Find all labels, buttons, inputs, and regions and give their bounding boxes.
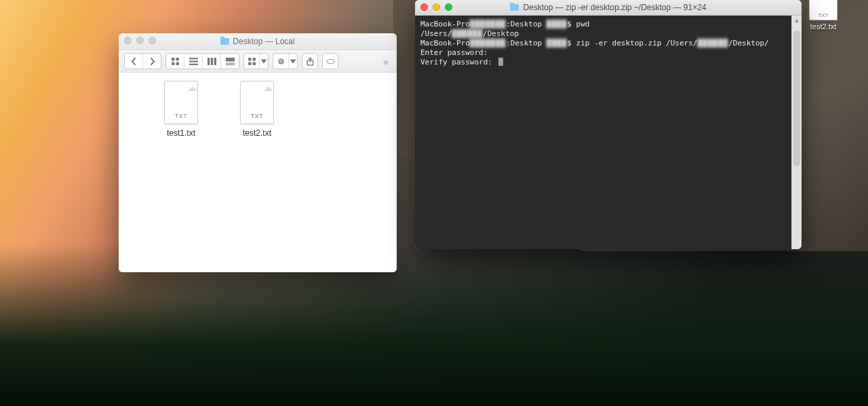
txt-file-icon: TXT: [240, 81, 274, 124]
close-button[interactable]: [420, 3, 428, 11]
action-dropdown[interactable]: [289, 54, 297, 69]
desktop-file-test2[interactable]: TXT test2.txt: [805, 0, 842, 31]
terminal-traffic-lights: [420, 3, 452, 11]
finder-titlebar[interactable]: Desktop — Local: [119, 33, 397, 50]
nav-buttons: [124, 53, 161, 69]
file-label: test1.txt: [154, 128, 208, 138]
terminal-cursor: [498, 58, 503, 66]
finder-toolbar: »: [119, 50, 397, 73]
toolbar-overflow-button[interactable]: »: [380, 56, 391, 67]
svg-rect-7: [208, 58, 210, 65]
svg-rect-13: [248, 58, 251, 60]
tags-button[interactable]: [323, 54, 338, 69]
share-group: [302, 53, 318, 69]
svg-point-20: [326, 59, 334, 64]
terminal-window-title: Desktop — zip -er desktop.zip ~/Desktop …: [510, 3, 706, 12]
terminal-scrollbar[interactable]: ▲: [791, 16, 802, 249]
minimize-button[interactable]: [136, 37, 144, 44]
svg-rect-11: [226, 62, 235, 63]
terminal-output: MacBook-Pro███████:Desktop ████$ pwd /Us…: [420, 20, 796, 67]
svg-rect-14: [252, 58, 255, 60]
column-view-button[interactable]: [203, 54, 221, 69]
svg-rect-4: [189, 58, 198, 59]
txt-file-icon: TXT: [164, 81, 198, 124]
terminal-window[interactable]: Desktop — zip -er desktop.zip ~/Desktop …: [415, 0, 802, 249]
action-gear-button[interactable]: [273, 54, 289, 69]
close-button[interactable]: [124, 37, 132, 44]
zoom-button[interactable]: [445, 3, 452, 11]
zoom-button[interactable]: [149, 37, 156, 44]
list-view-button[interactable]: [184, 54, 203, 69]
scroll-track[interactable]: [792, 25, 802, 249]
file-test1[interactable]: TXT test1.txt: [154, 81, 208, 138]
scroll-thumb[interactable]: [793, 31, 800, 166]
svg-rect-1: [176, 58, 178, 60]
view-buttons: [165, 53, 239, 69]
icon-view-button[interactable]: [166, 54, 184, 69]
desktop-wallpaper: TXT test2.txt Desktop — Local: [0, 0, 868, 406]
svg-rect-0: [172, 58, 174, 60]
terminal-titlebar[interactable]: Desktop — zip -er desktop.zip ~/Desktop …: [415, 0, 802, 16]
svg-rect-3: [176, 62, 178, 64]
svg-rect-6: [189, 63, 198, 64]
forward-button[interactable]: [143, 54, 161, 69]
scroll-up-arrow[interactable]: ▲: [792, 16, 802, 25]
finder-body[interactable]: TXT test1.txt TXT test2.txt: [119, 73, 397, 272]
minimize-button[interactable]: [433, 3, 440, 11]
file-label: test2.txt: [230, 128, 284, 138]
desktop-file-label: test2.txt: [805, 22, 842, 31]
svg-rect-9: [214, 58, 216, 65]
svg-rect-2: [172, 62, 174, 64]
finder-window[interactable]: Desktop — Local: [119, 33, 397, 272]
tags-group: [322, 53, 338, 69]
finder-traffic-lights: [124, 37, 156, 44]
folder-icon: [220, 38, 229, 45]
svg-rect-12: [226, 64, 235, 64]
share-button[interactable]: [302, 54, 317, 69]
svg-point-18: [280, 60, 282, 62]
svg-rect-8: [210, 58, 212, 65]
action-buttons: [273, 53, 298, 69]
back-button[interactable]: [125, 54, 143, 69]
txt-file-icon: TXT: [809, 0, 837, 20]
svg-rect-10: [226, 58, 235, 61]
svg-rect-16: [252, 62, 255, 64]
terminal-body[interactable]: MacBook-Pro███████:Desktop ████$ pwd /Us…: [415, 16, 802, 249]
folder-icon: [510, 4, 519, 11]
svg-rect-15: [248, 62, 251, 64]
svg-rect-5: [189, 60, 198, 62]
arrange-buttons: [243, 53, 269, 69]
file-test2[interactable]: TXT test2.txt: [230, 81, 284, 138]
finder-window-title: Desktop — Local: [220, 37, 294, 46]
coverflow-view-button[interactable]: [221, 54, 239, 69]
arrange-button[interactable]: [244, 54, 260, 69]
arrange-dropdown[interactable]: [260, 54, 268, 69]
